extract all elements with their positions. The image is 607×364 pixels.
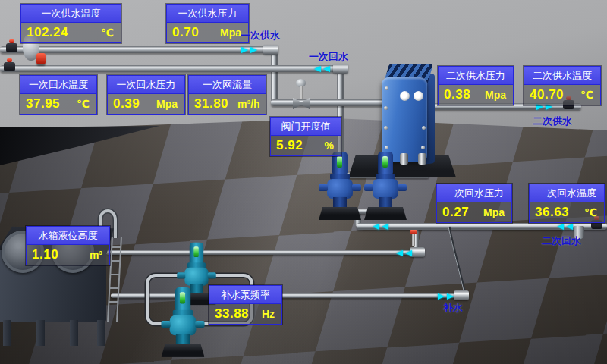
- label-primary-flow: 一次网流量 31.80 m³/h: [188, 75, 266, 115]
- label-value: 40.70: [530, 87, 564, 102]
- hx-bolt: [385, 146, 388, 149]
- label-secondary-return-pressure: 二次回水压力 0.27 Mpa: [436, 184, 512, 223]
- hx-port-upper-right: [414, 91, 423, 101]
- flow-arrow-makeup: [438, 293, 454, 300]
- label-unit: Mpa: [220, 27, 241, 39]
- pipe-tank-line: [106, 250, 423, 255]
- label-unit: m³: [90, 249, 102, 261]
- label-value-row: 36.63 ℃: [530, 202, 604, 222]
- pipe-coupling: [454, 290, 469, 300]
- circulation-pump-2[interactable]: [366, 152, 404, 221]
- pipe-tag-primary-return: 一次回水: [309, 50, 348, 64]
- flow-arrow-primary-supply: [241, 47, 257, 53]
- control-valve-body: [293, 98, 310, 109]
- pump-flange: [364, 184, 373, 191]
- pump-volute: [373, 179, 398, 199]
- control-valve-stem: [300, 86, 303, 99]
- pipe-tag-primary-supply: 一次供水: [241, 29, 280, 42]
- label-title: 一次回水压力: [108, 76, 184, 94]
- hx-port-upper-left: [400, 91, 410, 101]
- control-valve[interactable]: [291, 79, 311, 111]
- label-unit: ℃: [580, 89, 593, 101]
- hx-bolt: [385, 86, 388, 90]
- pump-run-lamp: [193, 246, 198, 257]
- pump-foot: [379, 197, 392, 209]
- tank-leg: [3, 320, 11, 346]
- label-unit: ℃: [77, 98, 90, 110]
- pump-flange: [195, 321, 204, 328]
- makeup-pump-2[interactable]: [164, 287, 203, 359]
- pump-base: [161, 344, 204, 357]
- label-value: 0.70: [172, 25, 199, 40]
- pump-foot: [176, 334, 190, 345]
- label-primary-return-temp: 一次回水温度 37.95 ℃: [20, 75, 97, 115]
- pump-flange: [161, 321, 170, 328]
- label-unit: %: [325, 140, 334, 152]
- label-title: 二次回水压力: [437, 184, 511, 202]
- valve-handle: [410, 230, 417, 234]
- label-value-row: 1.10 m³: [27, 245, 109, 265]
- label-makeup-pump-frequency: 补水泵频率 33.88 Hz: [209, 285, 282, 325]
- pipe-coupling: [410, 247, 425, 257]
- label-value: 0.27: [442, 205, 469, 220]
- pump-flange: [208, 272, 216, 278]
- valve-stem: [412, 233, 415, 246]
- pipe-coupling: [333, 64, 348, 74]
- label-unit: Hz: [262, 308, 275, 320]
- label-unit: Mpa: [483, 206, 505, 218]
- tank-leg: [97, 320, 105, 346]
- label-unit: Mpa: [156, 98, 178, 110]
- flow-arrow-tank-line: [396, 250, 412, 256]
- label-value-row: 0.27 Mpa: [437, 202, 511, 222]
- label-title: 水箱液位高度: [27, 227, 109, 245]
- pipe-primary-supply: [0, 46, 278, 53]
- label-value: 36.63: [535, 205, 569, 220]
- label-primary-supply-pressure: 一次供水压力 0.70 Mpa: [166, 4, 249, 43]
- pipe-coupling: [263, 45, 278, 55]
- label-title: 一次网流量: [189, 76, 266, 94]
- pump-base: [319, 207, 361, 220]
- hmi-heat-exchange-station: 一次供水温度 102.24 ℃ 一次供水压力 0.70 Mpa 一次回水温度 3…: [0, 0, 607, 364]
- tank-leg: [36, 320, 45, 346]
- label-value: 0.38: [444, 87, 470, 102]
- pump-run-lamp: [382, 156, 388, 168]
- label-value-row: 0.70 Mpa: [167, 23, 248, 42]
- small-red-pump[interactable]: [36, 53, 46, 64]
- pipe-tag-secondary-supply: 二次供水: [533, 115, 572, 128]
- label-title: 二次回水温度: [530, 184, 604, 202]
- hand-valve-primary-supply[interactable]: [6, 43, 17, 52]
- hx-body: [382, 77, 427, 162]
- label-title: 补水泵频率: [209, 286, 281, 304]
- pump-flange: [319, 184, 328, 191]
- pipe-primary-supply-drop: [271, 50, 278, 105]
- label-value: 1.10: [32, 247, 58, 262]
- label-primary-supply-temp: 一次供水温度 102.24 ℃: [20, 4, 121, 43]
- label-primary-return-pressure: 一次回水压力 0.39 Mpa: [107, 75, 185, 115]
- pipe-tag-makeup: 补水: [443, 301, 463, 315]
- label-value-row: 37.95 ℃: [20, 94, 96, 114]
- label-value: 31.80: [194, 96, 228, 111]
- tank-leg: [70, 320, 78, 346]
- label-tank-level: 水箱液位高度 1.10 m³: [26, 226, 110, 265]
- hx-port-lower-right: [418, 153, 426, 165]
- label-unit: m³/h: [237, 98, 260, 110]
- circulation-pump-1[interactable]: [321, 152, 359, 221]
- label-value-row: 102.24 ℃: [21, 23, 121, 42]
- label-value: 33.88: [215, 306, 249, 322]
- tee-valve-red[interactable]: [410, 230, 417, 246]
- label-unit: ℃: [584, 206, 597, 218]
- label-valve-opening: 阀门开度值 5.92 %: [270, 117, 341, 156]
- label-title: 阀门开度值: [271, 118, 341, 136]
- label-unit: ℃: [101, 27, 114, 39]
- pump-volute: [170, 315, 197, 336]
- label-value-row: 5.92 %: [271, 136, 341, 155]
- label-value: 37.95: [26, 96, 60, 111]
- label-unit: Mpa: [485, 89, 506, 101]
- label-secondary-return-temp: 二次回水温度 36.63 ℃: [529, 184, 605, 223]
- label-title: 一次回水温度: [20, 76, 96, 94]
- hand-valve-primary-return[interactable]: [4, 62, 15, 71]
- pump-foot: [333, 197, 347, 209]
- label-secondary-supply-temp: 二次供水温度 40.70 ℃: [524, 66, 601, 105]
- flow-arrow-secondary-return: [373, 224, 388, 230]
- hx-bolt: [422, 126, 426, 130]
